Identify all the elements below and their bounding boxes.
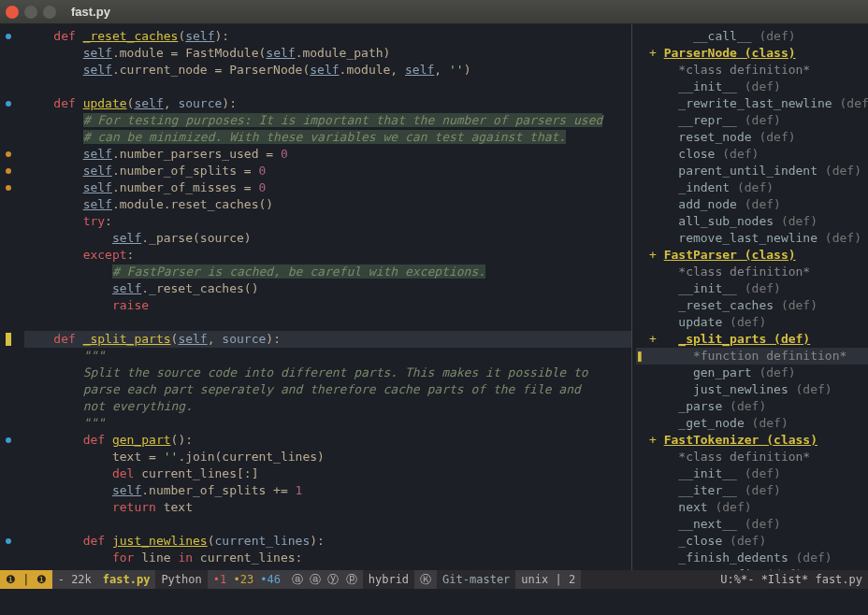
outline-item[interactable]: reset_node (def) [636,129,868,146]
outline-item[interactable]: __init__ (def) [636,79,868,95]
outline-item[interactable]: parent_until_indent (def) [636,163,868,179]
code-line[interactable]: def _reset_caches(self): [24,28,631,45]
gutter-mark [0,482,17,499]
code-line[interactable]: text = ''.join(current_lines) [24,449,631,465]
ml-flycheck[interactable]: ❶ | ❶ [0,570,52,589]
ml-evil-state: hybrid [363,570,414,589]
outline-item[interactable]: add_node (def) [636,196,868,213]
outline-pane[interactable]: __call__ (def) + ParserNode (class) *cla… [632,24,868,570]
ml-right: U:%*- *Ilist* fast.py [715,570,868,589]
code-line[interactable]: """ [24,415,631,432]
code-line[interactable]: self.number_of_splits = 0 [24,163,631,179]
code-line[interactable]: self.number_of_misses = 0 [24,179,631,196]
outline-item[interactable]: __init__ (def) [636,280,868,297]
code-line[interactable]: self._parse(source) [24,230,631,247]
gutter-mark [0,465,17,482]
code-line[interactable]: def _split_parts(self, source): [24,331,631,348]
editor-pane[interactable]: def _reset_caches(self): self.module = F… [0,24,632,570]
modeline: ❶ | ❶ - 22k fast.py Python •1 •23 •46 ⓐ … [0,570,868,589]
outline-item[interactable]: + ParserNode (class) [636,45,868,62]
gutter-mark [0,398,17,415]
ml-filename[interactable]: fast.py [97,570,156,589]
outline-item[interactable]: close (def) [636,146,868,163]
ml-major-mode[interactable]: Python [155,570,207,589]
gutter-mark [0,95,17,112]
outline-item[interactable]: __repr__ (def) [636,112,868,129]
gutter-mark [0,297,17,314]
outline-item[interactable]: _finish_dedents (def) [636,550,868,566]
outline-item[interactable]: _indent (def) [636,179,868,196]
code-line[interactable]: self.module.reset_caches() [24,196,631,213]
minibuffer[interactable] [0,589,868,615]
code-line[interactable]: except: [24,247,631,264]
code-line[interactable] [24,79,631,95]
gutter-mark [0,331,17,348]
gutter-mark [0,499,17,516]
window-close-button[interactable] [6,6,19,19]
code-line[interactable]: def gen_part(): [24,432,631,449]
code-line[interactable]: self.number_of_splits += 1 [24,482,631,499]
outline-item[interactable]: __next__ (def) [636,516,868,533]
code-line[interactable]: not everything. [24,398,631,415]
outline-item[interactable]: __call__ (def) [636,28,868,45]
gutter-mark [0,79,17,95]
outline-item[interactable]: + _split_parts (def) [636,331,868,348]
gutter-mark [0,146,17,163]
outline-item[interactable]: + FastParser (class) [636,247,868,264]
code-line[interactable]: raise [24,297,631,314]
gutter-mark [0,196,17,213]
code-line[interactable]: Split the source code into different par… [24,365,631,381]
code-line[interactable]: """ [24,348,631,365]
code-line[interactable]: # can be minimized. With these variables… [24,129,631,146]
outline-item[interactable]: *class definition* [636,264,868,280]
code-line[interactable]: # For testing purposes: It is important … [24,112,631,129]
gutter-mark [0,247,17,264]
code-line[interactable]: del current_lines[:] [24,465,631,482]
code-line[interactable]: def just_newlines(current_lines): [24,533,631,550]
window-minimize-button[interactable] [24,6,37,19]
code-line[interactable]: return text [24,499,631,516]
outline-item[interactable]: _rewrite_last_newline (def) [636,95,868,112]
ml-errors[interactable]: •1 [213,573,226,586]
gutter-mark [0,365,17,381]
outline-item[interactable]: remove_last_newline (def) [636,230,868,247]
ml-info[interactable]: •46 [260,573,281,586]
outline-item[interactable]: just_newlines (def) [636,381,868,398]
ml-git[interactable]: Git-master [437,570,515,589]
outline-item[interactable]: next (def) [636,499,868,516]
gutter-mark [0,550,17,566]
code-line[interactable]: for line in current_lines: [24,550,631,566]
ml-k: Ⓚ [414,570,437,589]
window-maximize-button[interactable] [43,6,56,19]
outline-item[interactable]: + FastTokenizer (class) [636,432,868,449]
code-line[interactable]: self.number_parsers_used = 0 [24,146,631,163]
outline-item[interactable]: __iter__ (def) [636,482,868,499]
code-line[interactable]: parse each part seperately and therefore… [24,381,631,398]
outline-item[interactable]: all_sub_nodes (def) [636,213,868,230]
gutter-mark [0,348,17,365]
gutter-mark [0,516,17,533]
code-line[interactable]: try: [24,213,631,230]
code-line[interactable]: self.current_node = ParserNode(self.modu… [24,62,631,79]
code-area[interactable]: def _reset_caches(self): self.module = F… [17,24,631,570]
code-line[interactable] [24,516,631,533]
outline-item[interactable]: __init__ (def) [636,465,868,482]
code-line[interactable] [24,314,631,331]
outline-item[interactable]: gen_part (def) [636,365,868,381]
outline-item[interactable]: _reset_caches (def) [636,297,868,314]
code-line[interactable]: def update(self, source): [24,95,631,112]
code-line[interactable]: # FastParser is cached, be careful with … [24,264,631,280]
code-line[interactable]: self._reset_caches() [24,280,631,297]
gutter-mark [0,230,17,247]
outline-item[interactable]: *class definition* [636,62,868,79]
ml-warnings[interactable]: •23 [233,573,253,586]
outline-item[interactable]: _parse (def) [636,398,868,415]
outline-item[interactable]: _get_node (def) [636,415,868,432]
outline-item[interactable]: *class definition* [636,449,868,465]
gutter-mark [0,179,17,196]
outline-item[interactable]: ❚ *function definition* [636,348,868,365]
code-line[interactable]: self.module = FastModule(self.module_pat… [24,45,631,62]
gutter-mark [0,264,17,280]
outline-item[interactable]: update (def) [636,314,868,331]
outline-item[interactable]: _close (def) [636,533,868,550]
